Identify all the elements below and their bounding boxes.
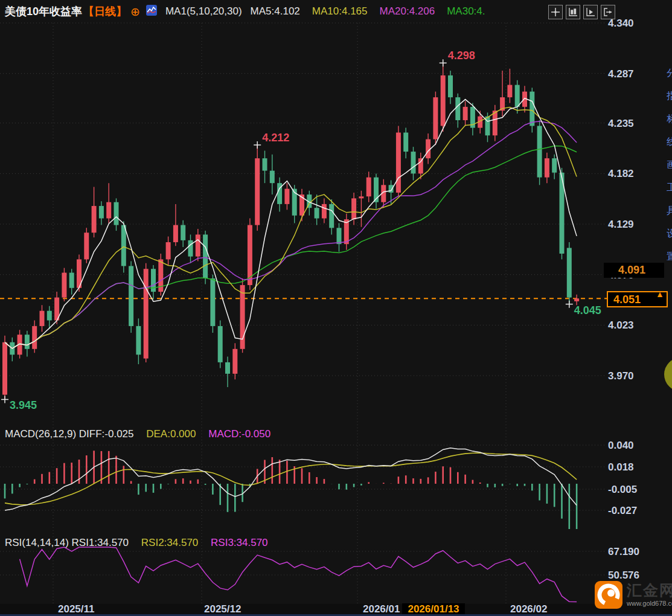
candle-body [315,208,319,218]
candle-body [463,107,468,120]
rsi-axis-label: 67.190 [608,546,639,557]
candle-body [411,152,416,173]
candle-body [203,234,208,278]
side-tool-button-partial[interactable]: 画 [667,159,672,170]
extreme-price-label: 4.045 [574,304,601,316]
rsi-axis-label: 50.576 [608,569,639,581]
side-tool-button-partial[interactable]: 标 [667,114,672,124]
candle-body [507,85,512,98]
logo-name: 汇金网 [627,581,672,599]
side-tool-button-partial[interactable]: 线 [667,136,672,147]
price-axis-label: 4.287 [608,68,634,80]
candle-body [32,326,37,349]
price-axis-label: 4.023 [608,319,634,331]
candle-body [181,225,185,240]
side-tool-button-partial[interactable]: 具 [667,205,672,216]
extreme-price-label: 3.945 [10,399,37,411]
instrument-title: 美债10年收益率 [5,4,82,19]
kline-axis-icon[interactable] [566,5,580,19]
price-axis-label: 4.182 [608,168,634,179]
side-tool-button-partial[interactable]: 置 [667,251,672,262]
macd-dea-line [5,453,577,505]
candle-body [218,326,223,362]
candle-body [2,342,7,395]
logo-url: www.gold678.com [627,600,672,607]
chart-toolbar [548,5,615,19]
candle-body [40,311,45,326]
price-flag-4091: 4.091 [604,263,664,278]
site-logo: 汇金网 www.gold678.com [595,581,672,609]
extreme-price-label: 4.298 [448,50,475,62]
month-label: 2026/01 [363,604,400,614]
chart-canvas[interactable]: 3.9454.2124.2984.0454.3404.2874.2354.182… [0,0,672,616]
ma10-value: MA10:4.165 [312,5,368,18]
add-indicator-icon[interactable]: ⊕ [130,6,140,18]
chart-header: 美债10年收益率 【日线】 ⊕ MA1(5,10,20,30) MA5:4.10… [5,4,485,19]
candle-body [351,198,356,219]
candle-body [552,158,557,173]
ma30-line [5,146,577,348]
price-axis-label: 4.235 [608,118,634,129]
candle-body [403,133,408,152]
candle-body [448,75,453,97]
rsi3-value: RSI3:34.570 [211,537,268,548]
ma5-value: MA5:4.102 [251,5,300,18]
candle-body [337,228,342,244]
ma30-value: MA30:4. [447,5,485,18]
month-label: 2026/02 [510,604,547,614]
candle-body [537,126,542,177]
rsi-line [20,547,577,602]
ma20-value: MA20:4.206 [380,5,435,18]
candle-body [441,75,446,126]
candle-body [455,97,460,120]
time-axis[interactable]: 2025/112025/122026/012026/022026/01/13 星… [0,604,672,614]
candle-body [196,234,200,256]
side-tool-button-partial[interactable]: 设 [667,228,672,239]
side-tool-button-partial[interactable]: 工 [667,182,672,193]
macd-diff-line [5,448,577,510]
candle-body [106,202,111,219]
candle-body [284,189,289,204]
crosshair-icon[interactable] [548,5,563,19]
candle-body [433,97,438,139]
rsi2-value: RSI2:34.570 [141,537,199,548]
selected-date-label: 2026/01/13 星期二 [402,603,465,615]
candle-body [25,335,30,349]
side-tool-button-partial[interactable]: 指 [667,91,672,101]
candle-body [144,269,149,358]
candle-body [545,158,549,178]
extreme-price-label: 4.212 [262,132,289,144]
macd-axis-label: 0.018 [608,461,634,473]
candle-body [47,311,52,321]
candle-body [359,196,363,198]
ma5-line [5,98,577,348]
period-tag[interactable]: 【日线】 [83,4,127,19]
macd-axis-label: -0.005 [608,484,637,495]
candle-body [493,111,498,135]
macd-axis-label: 0.040 [608,440,634,451]
candle-body [62,273,66,298]
side-tool-button-partial[interactable]: 分 [667,68,672,79]
candle-body [173,225,178,242]
chart-app: 3.9454.2124.2984.0454.3404.2874.2354.182… [0,0,672,616]
month-label: 2025/12 [204,604,241,614]
candle-body [389,185,394,193]
candle-body [426,140,430,159]
kline-mini-icon[interactable] [146,5,157,18]
candle-body [114,202,119,225]
candle-body [129,266,133,326]
candle-body [69,273,74,288]
candle-body [567,248,572,298]
macd-dea-value: DEA:0.000 [146,428,196,440]
kline-play-icon[interactable] [583,5,598,19]
month-label: 2025/11 [58,604,95,614]
candle-body [329,204,334,228]
candle-body [188,240,193,257]
exit-right-icon[interactable] [601,5,615,19]
price-axis-label: 4.129 [608,219,634,230]
candle-body [396,133,401,193]
candle-body [210,278,215,326]
price-axis-label: 3.970 [608,370,634,382]
macd-value: MACD:-0.050 [208,428,270,440]
macd-header: MACD(26,12,9) DIFF:-0.025 DEA:0.000 MACD… [5,428,270,440]
